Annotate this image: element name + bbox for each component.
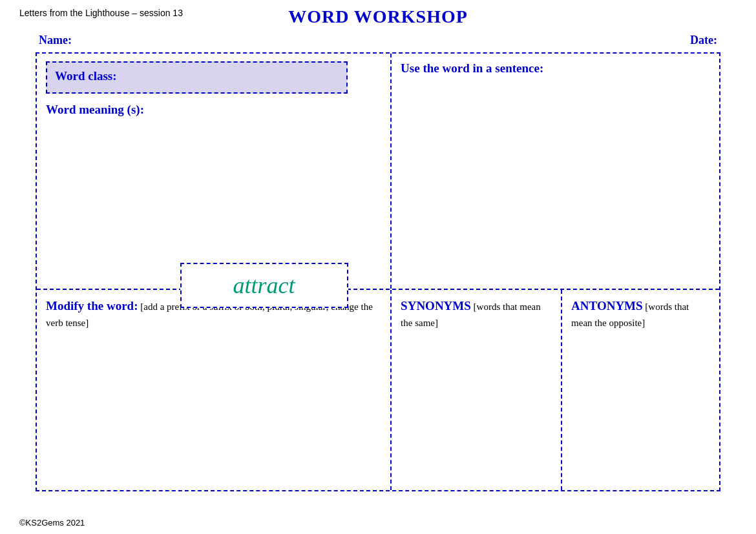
synonyms-panel: SYNONYMS [words that mean the same] <box>392 290 562 490</box>
session-label: Letters from the Lighthouse – session 13 <box>19 8 183 18</box>
left-panel: Word class: Word meaning (s): attract <box>37 54 392 289</box>
word-meaning-label: Word meaning (s): <box>46 103 381 117</box>
center-word-box: attract <box>180 263 348 308</box>
name-label: Name: <box>39 34 72 47</box>
antonyms-heading-bold: ANTONYMS <box>571 299 643 313</box>
modify-heading-bold: Modify the word: <box>46 299 138 313</box>
word-class-box: Word class: <box>46 61 348 94</box>
synonyms-heading: SYNONYMS [words that mean the same] <box>401 298 552 330</box>
main-container: Word class: Word meaning (s): attract Us… <box>36 52 720 491</box>
top-section: Word class: Word meaning (s): attract Us… <box>37 54 719 290</box>
center-word-text: attract <box>233 272 295 298</box>
bottom-section: Modify the word: [add a prefix or a suff… <box>37 290 719 490</box>
use-sentence-label: Use the word in a sentence: <box>401 61 710 76</box>
antonyms-panel: ANTONYMS [words that mean the opposite] <box>562 290 719 490</box>
antonyms-heading: ANTONYMS [words that mean the opposite] <box>571 298 710 330</box>
word-class-label: Word class: <box>55 69 117 83</box>
date-label: Date: <box>690 34 717 47</box>
modify-panel: Modify the word: [add a prefix or a suff… <box>37 290 392 490</box>
name-date-row: Name: Date: <box>0 27 756 52</box>
synonyms-heading-bold: SYNONYMS <box>401 299 471 313</box>
right-panel: Use the word in a sentence: <box>392 54 719 289</box>
footer-label: ©KS2Gems 2021 <box>19 518 85 528</box>
